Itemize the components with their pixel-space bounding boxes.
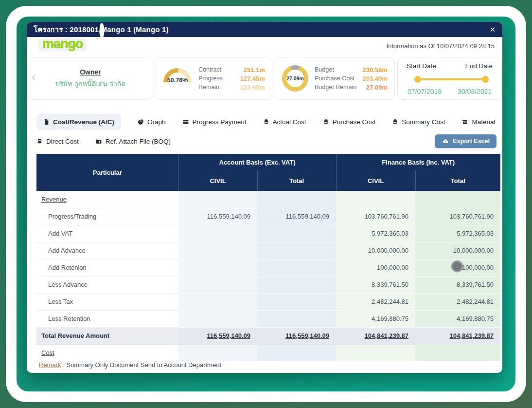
row-label: Add Advance <box>36 242 178 259</box>
cell-account-civil <box>178 242 257 259</box>
tab-label: Cost/Revenue (A/C) <box>53 118 114 126</box>
table-row-add-retenion: Add Retenion 100,000.00 100,000.00 <box>36 259 500 276</box>
row-label: Less Tax <box>36 293 178 310</box>
owner-label: Owner <box>80 68 101 76</box>
credit-card-icon <box>182 119 189 125</box>
tab-label: Direct Cost <box>46 138 79 145</box>
mango-logo-text: mango <box>42 37 83 51</box>
cell-account-total <box>257 259 336 276</box>
cell-finance-total: 4,169,880.75 <box>415 310 500 327</box>
table-row-total-revenue: Total Revenue Amount 116,559,140.09 116,… <box>36 327 500 344</box>
cell-account-total <box>257 344 336 361</box>
cell-finance-civil <box>336 191 415 208</box>
tab-material[interactable]: Material <box>461 118 495 126</box>
cell-account-civil <box>178 225 257 242</box>
cell-finance-total: 8,339,761.50 <box>415 276 500 293</box>
cell-finance-civil: 8,339,761.50 <box>336 276 415 293</box>
remain-row: Remain 123.65m <box>198 84 265 91</box>
cell-finance-civil: 100,000.00 <box>336 259 415 276</box>
cell-finance-total[interactable]: 104,841,239.87 <box>415 327 500 344</box>
tab-direct-cost[interactable]: Direct Cost <box>36 138 79 145</box>
start-date-label: Start Date <box>407 62 436 70</box>
purchase-cost-label: Purchase Cost <box>315 75 355 82</box>
tab-graph[interactable]: Graph <box>138 118 166 126</box>
table-row-less-retention: Less Retention 4,169,880.75 4,169,880.75 <box>36 310 500 327</box>
tab-label: Progress Payment <box>193 118 247 126</box>
start-date-value: 07/07/2018 <box>408 88 442 95</box>
row-label: Progress/Trading <box>36 208 178 225</box>
tab-cost-revenue[interactable]: Cost/Revenue (A/C) <box>36 114 121 130</box>
cell-finance-total: 5,972,365.03 <box>415 225 500 242</box>
contract-value: 251.1m <box>244 66 265 74</box>
table-row-less-tax: Less Tax 2,482,244.81 2,482,244.81 <box>36 293 500 310</box>
information-timestamp: Information as Of 10/07/2024 09:28:15 <box>386 42 495 50</box>
purchase-cost-value: 203.49m <box>363 75 388 82</box>
remark-link[interactable]: Remark <box>39 361 61 369</box>
cell-account-total <box>257 191 336 208</box>
progress-row: Progress 127.45m <box>198 75 265 82</box>
tab-purchase-cost[interactable]: Purchase Cost <box>323 118 376 126</box>
cell-finance-total: 10,000,000.00 <box>415 242 500 259</box>
dates-card: Start Date End Date 07/07/2018 30/03/202… <box>397 57 502 100</box>
slider-track <box>417 78 486 80</box>
cell-account-civil[interactable]: 116,559,140.09 <box>178 327 257 344</box>
contract-label: Contract <box>198 66 221 73</box>
cell-account-total <box>257 225 336 242</box>
tab-label: Graph <box>147 118 166 126</box>
tab-label: Material <box>472 118 495 126</box>
budget-remain-value: 27.09m <box>366 84 388 91</box>
tab-ref-attach-file[interactable]: Ref. Attach File (BOQ) <box>95 138 171 145</box>
cloud-download-icon <box>442 138 449 145</box>
table-row-add-advance: Add Advance 10,000,000.00 10,000,000.00 <box>36 242 500 259</box>
table-row-cost: Cost <box>36 344 500 361</box>
col-header-particular: Particular <box>36 154 178 191</box>
row-label: Less Retention <box>36 310 178 327</box>
col-group-finance-basis: Finance Basis (Inc. VAT) <box>336 154 500 170</box>
tab-label: Summary Cost <box>402 118 445 126</box>
row-label: Total Revenue Amount <box>36 327 178 344</box>
coins-icon <box>36 138 43 145</box>
cell-finance-civil: 4,169,880.75 <box>336 310 415 327</box>
date-range-slider[interactable] <box>414 76 489 83</box>
row-section-link[interactable]: Cost <box>41 349 54 356</box>
contract-gauge-card: 50.76% Contract 251.1m Progress 127.45m … <box>156 57 272 100</box>
remain-value: 123.65m <box>240 84 265 91</box>
col-header-finance-total: Total <box>415 170 500 191</box>
tab-actual-cost[interactable]: Actual Cost <box>263 118 306 126</box>
coins-icon <box>392 119 398 125</box>
box-icon <box>461 119 468 125</box>
cell-finance-civil: 10,000,000.00 <box>336 242 415 259</box>
chevron-left-icon[interactable]: ‹ <box>32 70 36 85</box>
cell-account-civil <box>178 259 257 276</box>
cell-account-total[interactable]: 116,559,140.09 <box>257 327 336 344</box>
close-icon[interactable]: ✕ <box>489 25 496 34</box>
row-section-link[interactable]: Revenue <box>41 196 67 203</box>
coins-icon <box>323 119 329 125</box>
tab-summary-cost[interactable]: Summary Cost <box>392 118 445 126</box>
end-date-label: End Date <box>465 62 493 70</box>
cell-finance-civil[interactable]: 104,841,239.87 <box>336 327 415 344</box>
tab-bar-secondary: Direct Cost Ref. Attach File (BOQ) Expor… <box>36 132 497 150</box>
export-excel-button[interactable]: Export Excel <box>435 134 497 148</box>
cell-account-civil <box>178 276 257 293</box>
cell-finance-total <box>415 344 500 361</box>
slider-end-handle[interactable] <box>482 76 489 83</box>
coins-icon <box>263 119 269 125</box>
budget-remain-row: Budget Remain 27.09m <box>315 84 388 91</box>
table-row-progress-trading: Progress/Trading 116,559,140.09 116,559,… <box>36 208 500 225</box>
tab-label: Purchase Cost <box>333 118 376 126</box>
cell-account-total <box>257 276 336 293</box>
budget-value: 230.58m <box>363 66 388 74</box>
file-icon <box>43 119 50 125</box>
budget-row: Budget 230.58m <box>315 66 388 74</box>
remark-text: Summary Only Document Send to Account De… <box>66 361 221 369</box>
tab-progress-payment[interactable]: Progress Payment <box>182 118 247 126</box>
row-label: Add VAT <box>36 225 178 242</box>
slider-start-handle[interactable] <box>414 76 421 83</box>
cell-account-total: 116,559,140.09 <box>257 208 336 225</box>
col-header-account-total: Total <box>257 170 336 191</box>
cell-finance-total: 103,760,761.90 <box>415 208 500 225</box>
cost-revenue-table: Particular Account Basis (Exc. VAT) Fina… <box>36 154 500 362</box>
end-date-value: 30/03/2021 <box>458 88 492 95</box>
summary-cards: ‹ Owner บริษัท ลูกหนี้ดีเด่น จำกัด 50.76… <box>28 57 502 100</box>
